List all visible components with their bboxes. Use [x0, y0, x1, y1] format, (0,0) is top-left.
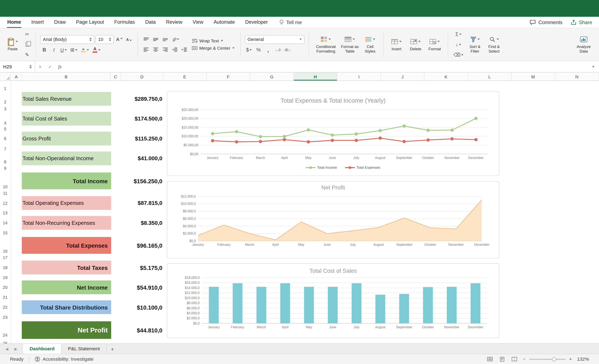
column-header-h[interactable]: H	[294, 73, 337, 81]
next-sheet-button[interactable]: ▶	[14, 347, 17, 351]
currency-format-button[interactable]: $	[245, 45, 253, 54]
ribbon-tab-home[interactable]: Home	[7, 17, 21, 28]
percent-format-button[interactable]: %	[254, 45, 263, 54]
summary-label-total-expenses[interactable]: Total Expenses	[22, 237, 111, 254]
summary-label-total-operating-expenses[interactable]: Total Operating Expenses	[22, 196, 111, 210]
summary-value-total-operating-expenses[interactable]: $87.815,0	[111, 196, 163, 210]
clear-button[interactable]: ⌫	[452, 51, 464, 59]
sort-filter-button[interactable]: Sort & Filter	[466, 34, 484, 55]
analyze-data-button[interactable]: Analyze Data	[574, 34, 594, 55]
chart-total-cost-of-sales[interactable]: $0,0$2.000,0$4.000,0$6.000,0$8.000,0$10.…	[167, 263, 499, 338]
comma-format-button[interactable]: ,	[264, 45, 272, 54]
row-header-7[interactable]: 7	[0, 146, 10, 152]
row-header-4[interactable]: 4	[0, 120, 10, 126]
ribbon-tab-page-layout[interactable]: Page Layout	[76, 17, 104, 28]
cut-button[interactable]: ✂	[23, 30, 31, 38]
format-cells-button[interactable]: Format	[426, 36, 443, 53]
paste-button[interactable]: Paste	[4, 36, 21, 53]
autosum-button[interactable]: Σ	[452, 30, 464, 38]
borders-button[interactable]: ⊞	[69, 45, 79, 54]
column-header-b[interactable]: B	[22, 73, 110, 81]
find-select-button[interactable]: Find & Select	[485, 34, 503, 55]
column-header-g[interactable]: G	[250, 73, 294, 81]
row-header-14[interactable]: 14	[0, 220, 10, 226]
row-header-23[interactable]: 23	[0, 314, 10, 320]
font-name-select[interactable]: Arial (Body)	[40, 35, 94, 44]
select-all-button[interactable]	[0, 73, 11, 81]
align-middle-button[interactable]	[152, 35, 160, 43]
column-header-m[interactable]: M	[511, 73, 555, 81]
zoom-out-button[interactable]: −	[523, 356, 526, 362]
sheet-tab-dashboard[interactable]: Dashboard	[23, 344, 61, 354]
row-header-18[interactable]: 18	[0, 264, 10, 271]
column-header-l[interactable]: L	[468, 73, 511, 81]
comments-button[interactable]: Comments	[530, 19, 563, 25]
wrap-text-button[interactable]: Wrap Text	[190, 38, 225, 44]
column-header-e[interactable]: E	[163, 73, 207, 81]
ribbon-tab-review[interactable]: Review	[166, 17, 183, 28]
summary-value-total-income[interactable]: $156.250,0	[111, 172, 163, 189]
tell-me-button[interactable]: Tell me	[279, 19, 302, 25]
column-header-c[interactable]: C	[110, 73, 121, 81]
cell-styles-button[interactable]: Cell Styles	[361, 34, 379, 55]
insert-cells-button[interactable]: Insert	[388, 36, 405, 53]
italic-button[interactable]: I	[50, 45, 58, 54]
page-break-view-button[interactable]	[511, 356, 518, 363]
underline-button[interactable]: U	[59, 45, 68, 54]
copy-button[interactable]	[23, 40, 31, 49]
format-painter-button[interactable]: ✎	[23, 51, 31, 59]
row-header-13[interactable]: 13	[0, 210, 10, 216]
summary-value-total-taxes[interactable]: $5.175,0	[111, 261, 163, 274]
summary-value-total-share-distributions[interactable]: $10.100,0	[111, 300, 163, 314]
font-color-button[interactable]: A	[91, 45, 102, 54]
zoom-in-button[interactable]: +	[569, 356, 572, 362]
column-header-n[interactable]: N	[555, 73, 599, 81]
row-header-2[interactable]: 2	[0, 99, 10, 105]
column-header-f[interactable]: F	[207, 73, 250, 81]
row-header-6[interactable]: 6	[0, 135, 10, 142]
row-header-20[interactable]: 20	[0, 284, 10, 290]
chart-total-expenses-income[interactable]: $0,00$5.000,00$10.000,00$15.000,00$20.00…	[167, 91, 499, 176]
summary-value-total-sales-revenue[interactable]: $289.750,0	[111, 92, 163, 106]
ribbon-tab-insert[interactable]: Insert	[31, 17, 44, 28]
column-header-d[interactable]: D	[121, 73, 163, 81]
summary-value-total-expenses[interactable]: $96.165,0	[111, 237, 163, 254]
enter-entry-button[interactable]: ✓	[45, 61, 55, 72]
summary-label-total-share-distributions[interactable]: Total Share Distributions	[22, 300, 111, 314]
text-orientation-button[interactable]: ab	[171, 35, 180, 43]
summary-label-total-sales-revenue[interactable]: Total Sales Revenue	[22, 92, 111, 106]
fill-button[interactable]: ↓	[452, 40, 464, 49]
row-header-17[interactable]: 17	[0, 254, 10, 261]
spreadsheet[interactable]: $0,00$5.000,00$10.000,00$15.000,00$20.00…	[0, 81, 599, 343]
decrease-font-size-button[interactable]: A	[125, 35, 133, 43]
summary-value-total-non-recurring-expenses[interactable]: $8.350,0	[111, 216, 163, 230]
bold-button[interactable]: B	[40, 45, 48, 54]
align-center-button[interactable]	[152, 45, 160, 54]
delete-cells-button[interactable]: Delete	[407, 36, 424, 53]
increase-indent-button[interactable]	[180, 45, 188, 54]
page-layout-view-button[interactable]	[498, 356, 506, 363]
summary-label-total-income[interactable]: Total Income	[22, 172, 111, 189]
formula-bar-expand-button[interactable]	[588, 61, 599, 72]
row-header-19[interactable]: 19	[0, 274, 10, 280]
summary-label-net-income[interactable]: Net Income	[22, 280, 111, 294]
previous-sheet-button[interactable]: ◀	[5, 347, 8, 351]
decrease-decimal-button[interactable]: .00→	[283, 45, 292, 54]
summary-label-net-profit[interactable]: Net Profit	[22, 322, 111, 339]
summary-value-net-income[interactable]: $54.910,0	[111, 280, 163, 294]
increase-font-size-button[interactable]: A	[115, 35, 124, 43]
summary-label-total-cost-of-sales[interactable]: Total Cost of Sales	[22, 112, 111, 126]
row-header-1[interactable]: 1	[0, 85, 10, 91]
ribbon-tab-data[interactable]: Data	[145, 17, 156, 28]
row-header-15[interactable]: 15	[0, 230, 10, 236]
summary-label-total-non-recurring-expenses[interactable]: Total Non-Recurring Expenses	[22, 216, 111, 230]
row-header-5[interactable]: 5	[0, 126, 10, 132]
name-box[interactable]: H29	[0, 61, 35, 72]
row-header-24[interactable]: 24	[0, 332, 10, 338]
merge-center-button[interactable]: Merge & Center	[190, 45, 236, 51]
ribbon-tab-developer[interactable]: Developer	[245, 17, 268, 28]
number-format-select[interactable]: General	[245, 35, 305, 44]
align-top-button[interactable]	[142, 35, 150, 43]
summary-value-total-cost-of-sales[interactable]: $174.500,0	[111, 112, 163, 126]
zoom-level[interactable]: 132%	[575, 356, 589, 362]
